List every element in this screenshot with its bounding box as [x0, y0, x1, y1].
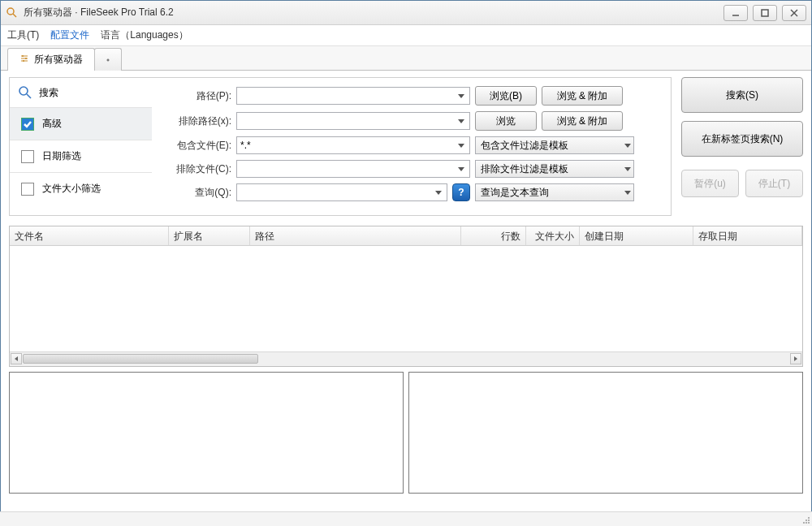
svg-point-29 — [808, 520, 810, 521]
svg-point-9 — [22, 55, 24, 57]
path-input[interactable] — [236, 87, 470, 105]
menu-profiles[interactable]: 配置文件 — [50, 28, 89, 42]
plus-icon — [106, 56, 110, 64]
title-bar: 所有驱动器 · FileSeek Pro Trial 6.2 — [1, 1, 811, 25]
chevron-down-icon[interactable] — [455, 162, 468, 175]
svg-marker-22 — [435, 191, 442, 195]
results-table: 文件名 扩展名 路径 行数 文件大小 创建日期 存取日期 — [9, 226, 803, 367]
svg-point-30 — [806, 520, 807, 521]
include-files-input[interactable] — [236, 136, 470, 154]
preview-pane-left[interactable] — [9, 372, 404, 494]
svg-point-14 — [19, 87, 28, 95]
svg-point-10 — [25, 58, 27, 59]
checkbox-empty-icon — [21, 183, 34, 196]
pause-button: 暂停(u) — [681, 170, 739, 197]
query-input[interactable] — [236, 183, 447, 201]
include-filter-template-value: 包含文件过滤是模板 — [481, 139, 568, 153]
tab-add[interactable] — [94, 48, 122, 71]
status-bar — [0, 511, 812, 526]
tab-main-label: 所有驱动器 — [34, 53, 83, 67]
svg-marker-23 — [624, 191, 631, 195]
minimize-button[interactable] — [723, 5, 748, 21]
exclude-files-input[interactable] — [236, 160, 470, 178]
horizontal-scrollbar[interactable] — [10, 351, 802, 366]
svg-marker-24 — [15, 356, 18, 361]
svg-point-27 — [806, 522, 807, 524]
col-lines[interactable]: 行数 — [461, 226, 526, 245]
chevron-down-icon[interactable] — [455, 139, 468, 152]
svg-marker-17 — [458, 119, 464, 123]
side-header-label: 搜索 — [39, 86, 58, 100]
col-ext[interactable]: 扩展名 — [169, 226, 250, 245]
exclude-path-label: 排除路径(x): — [162, 114, 231, 128]
side-item-size-label: 文件大小筛选 — [42, 182, 101, 196]
browse-exclude-button[interactable]: 浏览 — [475, 111, 537, 131]
chevron-down-icon[interactable] — [455, 114, 468, 127]
side-item-size-filter[interactable]: 文件大小筛选 — [10, 172, 152, 205]
col-size[interactable]: 文件大小 — [526, 226, 580, 245]
col-path[interactable]: 路径 — [250, 226, 461, 245]
browse-attach-exclude-button[interactable]: 浏览 & 附加 — [542, 111, 623, 131]
query-type-select[interactable]: 查询是文本查询 — [475, 183, 634, 201]
svg-point-26 — [808, 522, 810, 524]
scroll-thumb[interactable] — [23, 354, 258, 364]
path-label: 路径(P): — [162, 89, 231, 103]
side-item-date-label: 日期筛选 — [42, 149, 81, 163]
action-column: 搜索(S) 在新标签页搜索(N) 暂停(u) 停止(T) — [681, 77, 803, 197]
chevron-down-icon — [624, 187, 631, 198]
chevron-down-icon — [624, 163, 631, 175]
tab-main[interactable]: 所有驱动器 — [7, 48, 95, 71]
svg-marker-21 — [624, 167, 631, 171]
query-help-button[interactable]: ? — [452, 183, 470, 201]
exclude-path-input[interactable] — [236, 112, 470, 130]
exclude-filter-template-select[interactable]: 排除文件过滤是模板 — [475, 160, 634, 178]
browse-attach-path-button[interactable]: 浏览 & 附加 — [542, 86, 623, 106]
svg-marker-19 — [624, 144, 631, 148]
query-type-value: 查询是文本查询 — [481, 186, 549, 200]
checkbox-empty-icon — [21, 150, 34, 163]
chevron-down-icon[interactable] — [432, 186, 445, 199]
scroll-right-button[interactable] — [790, 353, 801, 364]
svg-point-28 — [803, 522, 805, 524]
search-icon — [18, 85, 32, 100]
svg-point-11 — [23, 60, 24, 62]
svg-rect-3 — [762, 10, 768, 16]
menu-tools[interactable]: 工具(T) — [7, 28, 39, 42]
include-files-label: 包含文件(E): — [162, 139, 231, 153]
col-created[interactable]: 创建日期 — [580, 226, 693, 245]
side-item-date-filter[interactable]: 日期筛选 — [10, 140, 152, 172]
search-form: 路径(P): 浏览(B) 浏览 & 附加 排除路径(x): 浏览 浏览 & 附加… — [152, 78, 671, 215]
scroll-left-button[interactable] — [11, 353, 22, 364]
side-item-advanced-label: 高级 — [42, 117, 62, 131]
side-list: 搜索 高级 日期筛选 文件大小筛选 — [10, 78, 152, 215]
col-filename[interactable]: 文件名 — [10, 226, 169, 245]
search-panel: 搜索 高级 日期筛选 文件大小筛选 路径(P): — [9, 77, 672, 216]
exclude-filter-template-value: 排除文件过滤是模板 — [481, 162, 568, 176]
svg-point-31 — [808, 517, 810, 519]
bottom-panes — [9, 372, 803, 494]
side-item-advanced[interactable]: 高级 — [10, 107, 152, 140]
close-button[interactable] — [782, 5, 806, 21]
resize-grip-icon[interactable] — [801, 515, 810, 524]
col-accessed[interactable]: 存取日期 — [693, 226, 802, 245]
include-filter-template-select[interactable]: 包含文件过滤是模板 — [475, 136, 634, 154]
menu-languages[interactable]: 语言（Languages） — [101, 28, 188, 42]
results-body[interactable] — [10, 246, 802, 351]
browse-path-button[interactable]: 浏览(B) — [475, 86, 537, 106]
preview-pane-right[interactable] — [408, 372, 803, 494]
exclude-files-label: 排除文件(C): — [162, 162, 231, 176]
sliders-icon — [19, 54, 29, 66]
side-header-search: 搜索 — [10, 78, 152, 107]
tab-strip: 所有驱动器 — [1, 46, 811, 71]
svg-line-1 — [13, 14, 16, 17]
maximize-button[interactable] — [753, 5, 777, 21]
svg-line-15 — [27, 94, 31, 98]
svg-marker-16 — [458, 94, 464, 98]
app-icon — [6, 6, 19, 19]
window-title: 所有驱动器 · FileSeek Pro Trial 6.2 — [24, 6, 723, 19]
search-new-tab-button[interactable]: 在新标签页搜索(N) — [681, 121, 803, 157]
search-button[interactable]: 搜索(S) — [681, 77, 803, 113]
checkbox-checked-icon — [21, 118, 34, 131]
chevron-down-icon[interactable] — [455, 89, 468, 102]
svg-point-0 — [7, 8, 14, 15]
